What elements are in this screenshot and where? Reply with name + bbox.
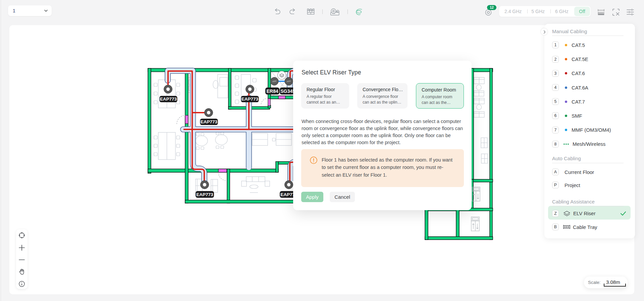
svg-text:EAP773: EAP773 [201,119,218,124]
svg-text:EAP773: EAP773 [196,192,213,197]
svg-text:EAP773: EAP773 [160,97,177,102]
svg-text:EAP773: EAP773 [241,97,259,102]
svg-text:ER84: ER84 [266,88,278,94]
